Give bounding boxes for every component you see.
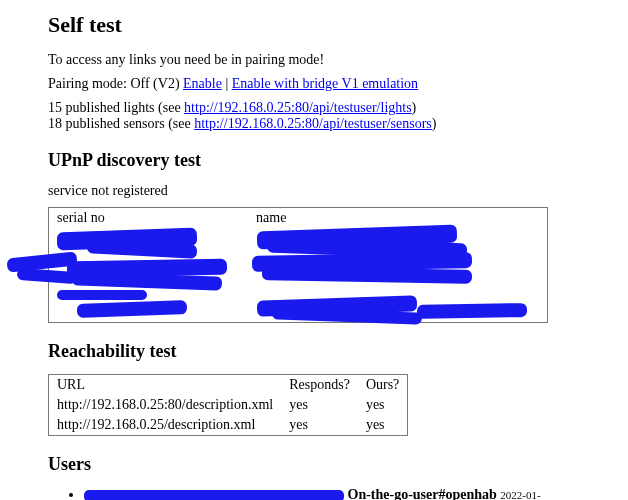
published-lights-link[interactable]: http://192.168.0.25:80/api/testuser/ligh… [184,100,412,115]
reachability-responds: yes [281,395,358,415]
published-lights-line: 15 published lights (see http://192.168.… [48,100,620,132]
page-title: Self test [48,12,620,38]
published-sensors-prefix: 18 published sensors (see [48,116,194,131]
reachability-ours: yes [358,395,408,415]
published-lights-suffix: ) [412,100,417,115]
reachability-header-responds: Responds? [281,375,358,396]
user-label: On-the-go-user#openhab [348,487,497,500]
reachability-responds: yes [281,415,358,436]
reachability-header-url: URL [49,375,282,396]
reachability-url: http://192.168.0.25:80/description.xml [49,395,282,415]
upnp-header-row: serial no name [49,208,548,229]
upnp-data-row [49,228,548,323]
access-note: To access any links you need be in pairi… [48,52,620,68]
table-row: http://192.168.0.25:80/description.xml y… [49,395,408,415]
reachability-header-row: URL Responds? Ours? [49,375,408,396]
reachability-header-ours: Ours? [358,375,408,396]
users-heading: Users [48,454,620,475]
enable-link[interactable]: Enable [183,76,222,91]
pairing-label: Pairing mode: [48,76,127,91]
reachability-url: http://192.168.0.25/description.xml [49,415,282,436]
published-lights-prefix: 15 published lights (see [48,100,184,115]
pairing-status: Off (V2) [130,76,179,91]
reachability-table: URL Responds? Ours? http://192.168.0.25:… [48,374,408,436]
upnp-table: serial no name [48,207,548,323]
upnp-status: service not registered [48,183,620,199]
table-row: http://192.168.0.25/description.xml yes … [49,415,408,436]
upnp-header-name: name [248,208,547,229]
published-sensors-suffix: ) [432,116,437,131]
enable-v1-link[interactable]: Enable with bridge V1 emulation [232,76,418,91]
redacted-username [84,490,344,500]
upnp-heading: UPnP discovery test [48,150,620,171]
pairing-mode-line: Pairing mode: Off (V2) Enable | Enable w… [48,76,620,92]
reachability-ours: yes [358,415,408,436]
redacted-scribble-area [57,230,539,320]
upnp-header-serial: serial no [49,208,249,229]
list-item: On-the-go-user#openhab 2022-01-07T15:30:… [84,487,620,500]
users-list: On-the-go-user#openhab 2022-01-07T15:30:… [48,487,620,500]
reachability-heading: Reachability test [48,341,620,362]
published-sensors-link[interactable]: http://192.168.0.25:80/api/testuser/sens… [194,116,432,131]
